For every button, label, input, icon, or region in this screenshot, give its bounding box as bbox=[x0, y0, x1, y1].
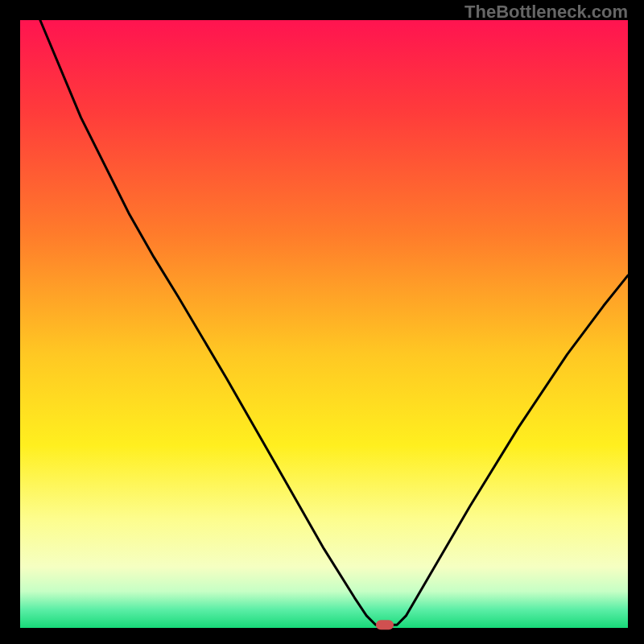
watermark: TheBottleneck.com bbox=[464, 2, 628, 23]
chart-svg bbox=[0, 0, 644, 644]
chart-container: TheBottleneck.com bbox=[0, 0, 644, 644]
plot-background bbox=[20, 20, 628, 628]
optimal-marker bbox=[376, 620, 394, 630]
